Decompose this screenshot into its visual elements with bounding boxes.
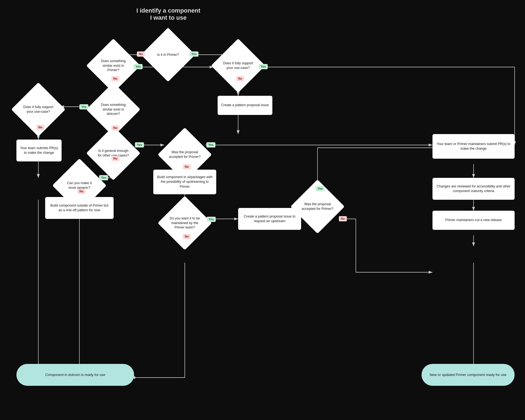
box-team-submits-prs: Your team submits PR(s) to make the chan… [16,140,62,161]
badge-yes-proposal-mid: Yes [206,142,215,147]
badge-no-can-make-generic: No [77,189,85,194]
box-create-pattern-right: Create a pattern proposal issue [218,96,272,115]
diamond-proposal-accepted-mid-label: Was the proposal accepted for Primer? [167,150,203,159]
diamond-proposal-accepted-right-label: Was the proposal accepted for Primer? [300,202,335,211]
diamond-proposal-accepted-right: Was the proposal accepted for Primer? [297,186,338,227]
title-area: I identify a component I want to use [134,7,203,21]
diamond-fully-support-left: Does it fully support your use-case? [19,90,57,129]
terminal-primer-component-ready: New or updated Primer component ready fo… [422,364,515,386]
box-changes-reviewed: Changes are reviewed for accessibility a… [432,178,515,200]
diamond-fully-support-left-label: Does it fully support your use-case? [22,105,55,114]
badge-no-proposal-right: No [339,216,347,221]
badge-yes-similar-dotcom: Yes [79,104,88,109]
diamond-similar-primer-label: Does something similar exist in Primer? [97,59,130,73]
badge-no-similar-dotcom: No [111,125,119,131]
box-build-ui-packages: Build component in ui/packages with the … [153,170,216,194]
badge-yes-fully-support-right: Yes [259,64,268,69]
badge-yes-can-make-generic: Yes [99,175,108,180]
title-line2: I want to use [134,14,203,21]
title-line1: I identify a component [134,7,203,14]
diamond-maintained-by-primer-label: Do you want it to be maintained by the P… [167,216,203,230]
badge-no-proposal-mid: No [183,164,191,169]
diamond-is-in-primer-label: Is it in Primer? [152,53,184,57]
badge-no-fully-support-right: No [236,76,244,81]
box-create-pattern-upstream: Create a pattern proposal issue to reque… [238,208,301,230]
box-build-outside-primer: Build component outside of Primer but as… [45,197,114,219]
badge-no-maintained: No [183,234,191,239]
diamond-is-in-primer: Is it in Primer? [149,36,187,74]
badge-no-fully-support-left: No [36,125,44,130]
terminal-component-dotcom-ready: Component in dotcom is ready for use [16,364,134,386]
badge-yes-is-in-primer: Yes [189,51,198,57]
badge-yes-general-enough: Yes [135,142,144,147]
diamond-similar-dotcom: Does something similar exist in dotcom? [94,90,132,129]
badge-no-general-enough: No [111,156,119,161]
flowchart-diagram: I identify a component I want to use Is … [0,0,525,420]
box-team-or-primer-maintainers: Your team or Primer maintainers submit P… [432,134,515,159]
diamond-general-enough: Is it general enough for other use-cases… [94,134,132,172]
badge-yes-proposal-right: Yes [316,186,325,191]
box-primer-maintainers-release: Primer maintainers cut a new release [432,211,515,230]
badge-no-is-in-primer: No [137,51,145,57]
diamond-similar-dotcom-label: Does something similar exist in dotcom? [97,103,130,117]
badge-yes-maintained: Yes [207,217,216,222]
diamond-fully-support-right-label: Does it fully support your use-case? [222,61,255,70]
badge-yes-similar-primer: Yes [134,64,143,69]
badge-no-similar-primer: No [111,76,119,81]
